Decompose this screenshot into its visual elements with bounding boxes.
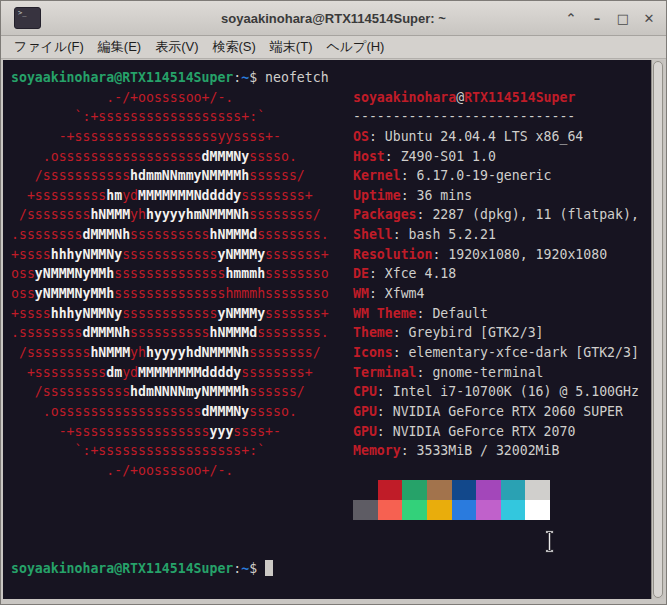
ascii-art-segment: sssssss+ [265, 247, 329, 262]
ascii-art-segment: dMMMNh [82, 325, 130, 340]
info-segment: Host [353, 149, 385, 164]
info-segment: : Greybird [GTK2/3] [393, 325, 544, 340]
palette-color-block [525, 500, 550, 520]
palette-color-block [378, 500, 403, 520]
neofetch-row: +sssshhhyNMMNyssssssssssssyNMMMysssssss+… [11, 245, 651, 265]
neofetch-row: `:+ssssssssssssssssss+:`----------------… [11, 107, 651, 127]
palette-color-block [378, 480, 403, 500]
neofetch-row: .ssssssssdMMMNhsssssssssshNMMMdssssssss.… [11, 225, 651, 245]
ascii-art-segment: ssssssssss [130, 325, 209, 340]
ascii-art-segment: hNMMM [90, 207, 130, 222]
maximize-button[interactable]: □ [612, 8, 634, 30]
info-line: Shell: bash 5.2.21 [353, 225, 496, 245]
close-button[interactable]: ✕ [638, 8, 660, 30]
ascii-art-segment: .ssssssss [11, 227, 82, 242]
menu-search[interactable]: 検索(S) [206, 36, 263, 58]
neofetch-row: .ssssssssdMMMNhsssssssssshNMMMdssssssss.… [11, 323, 651, 343]
ascii-art-segment: /ssssssss [11, 345, 90, 360]
info-segment: : Xfce 4.18 [369, 266, 456, 281]
neofetch-row: .-/+oossssoo+/-.soyaakinohara@RTX114514S… [11, 88, 651, 108]
close-icon: ✕ [644, 11, 655, 26]
neofetch-row: `:+ssssssssssssssssss+:`Memory: 3533MiB … [11, 441, 651, 461]
ascii-art-segment: -+sssssssssssssssss [11, 424, 210, 439]
info-segment: Theme [353, 325, 393, 340]
info-segment: : NVIDIA GeForce RTX 2070 [377, 424, 576, 439]
info-segment: : 2287 (dpkg), 11 (flatpak), [417, 207, 639, 222]
info-line: ---------------------------- [353, 107, 575, 127]
menu-help[interactable]: ヘルプ(H) [319, 36, 391, 58]
ascii-art-segment: .-/+oossssoo+/-. [11, 90, 233, 105]
info-line: Icons: elementary-xfce-dark [GTK2/3] [353, 343, 639, 363]
info-segment: Uptime [353, 188, 401, 203]
ascii-art-segment: ssssss/ [249, 168, 305, 183]
ascii-art-segment: -+ssssssssssssssssssyyssss+- [11, 129, 281, 144]
ascii-art-segment: hyyyyhdNMMMNh [146, 345, 249, 360]
info-segment: GPU [353, 424, 377, 439]
info-segment: Terminal [353, 365, 417, 380]
info-segment: soyaakinohara [353, 90, 456, 105]
blank-line [11, 520, 651, 540]
color-palette-row-2 [353, 500, 651, 520]
scrollbar[interactable] [651, 60, 664, 599]
prompt-segment: $ [249, 70, 265, 85]
menu-file[interactable]: ファイル(F) [7, 36, 91, 58]
ascii-art-segment: .ossssssssssssssssss [11, 404, 202, 419]
menu-edit[interactable]: 編集(E) [91, 36, 148, 58]
ascii-art-segment: hdmNNNNmyNMMMMh [130, 384, 249, 399]
menubar: ファイル(F) 編集(E) 表示(V) 検索(S) 端末(T) ヘルプ(H) [1, 36, 666, 59]
ascii-art-segment: hNMMM [90, 345, 130, 360]
neofetch-row: ossyNMMMNyMMhsssssssssssssshmmmhssssssso… [11, 284, 651, 304]
info-line: Host: Z490-S01 1.0 [353, 147, 496, 167]
menu-terminal[interactable]: 端末(T) [263, 36, 320, 58]
prompt-line: soyaakinohara@RTX114514Super:~$ neofetch [11, 68, 651, 88]
ascii-art-segment: +ssss [11, 247, 51, 262]
info-segment: : gnome-terminal [417, 365, 544, 380]
ascii-art-segment: yd [122, 365, 138, 380]
menu-view[interactable]: 表示(V) [148, 36, 205, 58]
palette-color-block [525, 480, 550, 500]
prompt-segment: soyaakinohara@RTX114514Super [11, 561, 233, 576]
ascii-art-segment: +sssssssss [11, 365, 106, 380]
ascii-art-segment: ssssss/ [249, 384, 305, 399]
info-segment: : Z490-S01 1.0 [385, 149, 496, 164]
info-line: CPU: Intel i7-10700K (16) @ 5.100GHz [353, 382, 639, 402]
ascii-art-segment: oss [11, 266, 35, 281]
titlebar[interactable]: >_ soyaakinohara@RTX114514Super: ~ ⌃ – □… [1, 1, 666, 36]
info-segment: : 36 mins [401, 188, 472, 203]
ascii-art-segment: MMMMMMMNddddy [138, 188, 241, 203]
ascii-art-segment: ssssssssssss [122, 247, 217, 262]
terminal-screen[interactable]: soyaakinohara@RTX114514Super:~$ neofetch… [3, 60, 651, 599]
neofetch-row: /sssssssshNMMMyhhyyyyhmNMMMNhssssssss/Pa… [11, 205, 651, 225]
shade-button[interactable]: ⌃ [560, 8, 582, 30]
ascii-art-segment: yNMMMy [217, 247, 265, 262]
terminal-area: soyaakinohara@RTX114514Super:~$ neofetch… [3, 60, 664, 599]
ascii-art-segment: hNMMMd [210, 227, 258, 242]
info-segment: DE [353, 266, 369, 281]
info-line: GPU: NVIDIA GeForce RTX 2060 SUPER [353, 402, 623, 422]
neofetch-row: +sssshhhyNMMNyssssssssssssyNMMMysssssss+… [11, 304, 651, 324]
ascii-art-segment: yyy [210, 424, 234, 439]
scrollbar-thumb[interactable] [653, 61, 663, 598]
ascii-art-segment: /sssssssssss [11, 384, 130, 399]
ascii-art-segment: ssss+- [233, 424, 281, 439]
ascii-art-segment: .ossssssssssssssssss [11, 149, 202, 164]
color-palette-row-1 [353, 480, 651, 500]
info-line: Theme: Greybird [GTK2/3] [353, 323, 544, 343]
info-segment: @ [456, 90, 464, 105]
palette-color-block [353, 500, 378, 520]
info-segment: : 6.17.0-19-generic [401, 168, 552, 183]
minimize-button[interactable]: – [586, 8, 608, 30]
ascii-art-segment: sssssss+ [265, 306, 329, 321]
ascii-art-segment: yh [130, 207, 146, 222]
ascii-art-segment: hyyyyhmNMMMNh [146, 207, 249, 222]
palette-color-block [452, 480, 477, 500]
prompt-segment: $ [249, 561, 265, 576]
ascii-art-segment: dMMMNy [202, 149, 250, 164]
maximize-icon: □ [617, 11, 629, 26]
ascii-art-segment: ssssssssssssss [114, 266, 225, 281]
info-segment: Shell [353, 227, 393, 242]
ascii-art-segment: hhhyNMMNy [51, 306, 122, 321]
ascii-art-segment: hhhyNMMNy [51, 247, 122, 262]
ascii-art-segment: sssssssssssssshmmmhssssssso [114, 286, 328, 301]
info-segment: ---------------------------- [353, 109, 575, 124]
